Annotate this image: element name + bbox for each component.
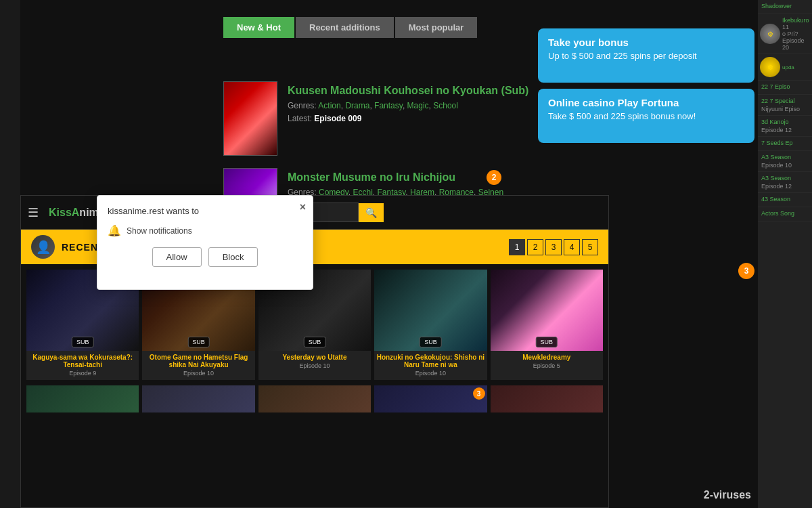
ad-subtitle-2: Take $ 500 and 225 spins bonus now! (548, 111, 744, 121)
anime-title-2[interactable]: Monster Musume no Iru Nichijou (288, 171, 503, 184)
page-4[interactable]: 4 (564, 239, 580, 255)
partial-card-3[interactable] (258, 385, 371, 412)
watermark: 2-viruses (704, 489, 751, 501)
partial-badge: 3 (473, 387, 485, 400)
anime-item-1: Kuusen Madoushi Kouhosei no Kyoukan (Sub… (223, 81, 528, 156)
anime-card-5[interactable]: SUB Mewkledreamy Episode 5 (491, 270, 603, 380)
sub-badge-4: SUB (420, 337, 442, 347)
rs-item-227ep: 22 7 Episo (758, 81, 812, 95)
rs-icon-2: ⚙ (760, 57, 780, 77)
rs-item-227special: 22 7 Special Nijyuuni Episo (758, 95, 812, 116)
card-episode-4: Episode 10 (374, 370, 487, 380)
anime-grid-row2: 3 (21, 385, 608, 418)
rs-item-43season: 43 Season (758, 193, 812, 207)
right-sidebar: Shadowver ⚙ Ikebukuro 11 o Pri? Episode … (758, 0, 812, 508)
notification-popup: × kissanime.rest wants to 🔔 Show notific… (97, 195, 313, 290)
anime-genres-1: Genres: Action, Drama, Fantasy, Magic, S… (288, 101, 528, 110)
partial-card-5[interactable] (491, 385, 603, 412)
sub-badge-3: SUB (304, 337, 326, 347)
ad-title-1: Take your bonus (548, 37, 744, 48)
rs-text-1: Ikebukuro 11 o Pri? Episode 20 (782, 17, 810, 51)
card-title-2: Otome Game no Hametsu Flag shika Nai Aku… (142, 351, 254, 370)
card-episode-3: Episode 10 (258, 362, 371, 373)
main-site: New & Hot Recent additions Most popular … (0, 0, 812, 508)
popup-title: kissanime.rest wants to (108, 206, 302, 216)
popup-close-button[interactable]: × (300, 201, 306, 213)
anime-latest-1: Latest: Episode 009 (288, 114, 528, 123)
anime-thumb-1 (223, 81, 277, 156)
card-title-3: Yesterday wo Utatte (258, 351, 371, 362)
popup-notif-text: Show notifications (127, 226, 192, 236)
card-title-1: Kaguya-sama wa Kokuraseta?: Tensai-tachi (26, 351, 139, 370)
card-episode-1: Episode 9 (26, 370, 139, 380)
rs-text-2: upda (782, 64, 794, 70)
sub-badge-5: SUB (536, 337, 558, 347)
rs-item-a3season-1: A3 Season Episode 10 (758, 151, 812, 172)
card-title-5: Mewkledreamy (491, 351, 603, 362)
recent-avatar: 👤 (31, 235, 55, 259)
tab-recent-additions[interactable]: Recent additions (296, 17, 394, 38)
search-button[interactable]: 🔍 (359, 203, 384, 222)
block-button[interactable]: Block (208, 247, 258, 267)
ad-banner-casino[interactable]: Online casino Play Fortuna Take $ 500 an… (538, 89, 754, 143)
anime-card-4[interactable]: SUB Honzuki no Gekokujou: Shisho ni Naru… (374, 270, 487, 380)
anime-info-1: Kuusen Madoushi Kouhosei no Kyoukan (Sub… (288, 81, 528, 123)
bell-icon: 🔔 (108, 224, 121, 237)
page-1[interactable]: 1 (509, 239, 525, 255)
card-thumb-5: SUB (491, 270, 603, 351)
ad-banner-bonus[interactable]: Take your bonus Up to $ 500 and 225 spin… (538, 28, 754, 83)
card-episode-2: Episode 10 (142, 370, 254, 380)
partial-card-2[interactable] (142, 385, 254, 412)
pagination: 1 2 3 4 5 (509, 239, 598, 255)
partial-card-1[interactable] (26, 385, 139, 412)
tab-new-hot[interactable]: New & Hot (223, 17, 294, 38)
rs-item-shadowver: Shadowver (758, 0, 812, 14)
page-5[interactable]: 5 (582, 239, 598, 255)
popup-notification-row: 🔔 Show notifications (108, 224, 302, 237)
hamburger-icon[interactable]: ☰ (28, 205, 39, 220)
card-title-4: Honzuki no Gekokujou: Shisho ni Naru Tam… (374, 351, 487, 370)
item-badge-2: 2 (487, 170, 501, 185)
rs-item-a3season-2: A3 Season Episode 12 (758, 172, 812, 193)
page-2[interactable]: 2 (527, 239, 543, 255)
partial-card-4[interactable]: 3 (374, 385, 487, 412)
page-3[interactable]: 3 (545, 239, 562, 255)
sub-badge-2: SUB (187, 337, 210, 347)
card-thumb-4: SUB (374, 270, 487, 351)
rs-icon-1: ⚙ (760, 24, 780, 44)
rs-item-7seeds: 7 Seeds Ep (758, 137, 812, 151)
item-badge-3: 3 (738, 263, 754, 279)
left-sidebar (0, 0, 20, 508)
anime-title-1[interactable]: Kuusen Madoushi Kouhosei no Kyoukan (Sub… (288, 85, 528, 97)
ad-title-2: Online casino Play Fortuna (548, 97, 744, 108)
popup-buttons: Allow Block (108, 247, 302, 267)
allow-button[interactable]: Allow (152, 247, 202, 267)
tab-most-popular[interactable]: Most popular (395, 17, 478, 38)
logo-text: KissA (49, 207, 79, 218)
ad-subtitle-1: Up to $ 500 and 225 spins per deposit (548, 51, 744, 61)
rs-item-actors: Actors Song (758, 207, 812, 221)
sub-badge-1: SUB (72, 337, 94, 347)
card-episode-5: Episode 5 (491, 362, 603, 373)
rs-item-3dkanojo: 3d Kanojo Episode 12 (758, 116, 812, 137)
